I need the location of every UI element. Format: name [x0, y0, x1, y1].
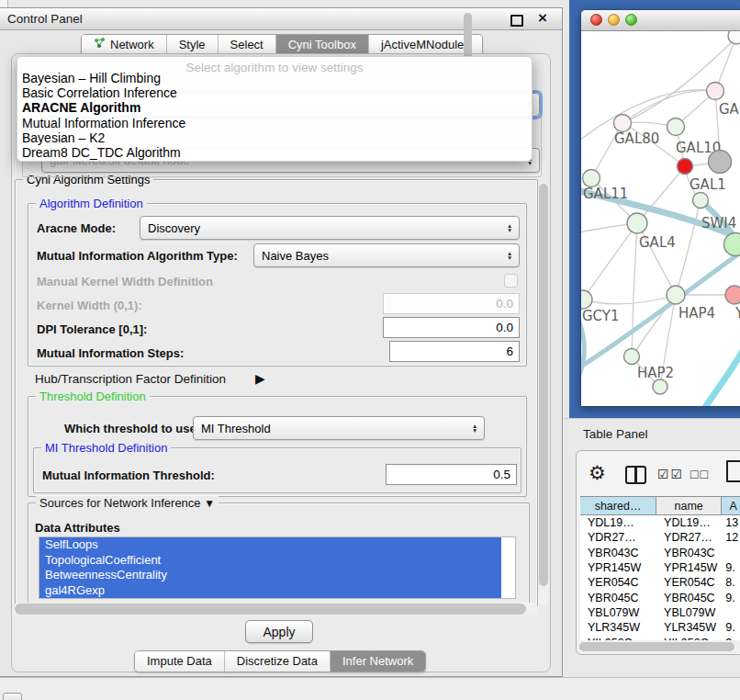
hub-definition-label[interactable]: Hub/Transcription Factor Definition: [35, 372, 226, 386]
table-cell: YPR145W: [580, 561, 656, 574]
data-attributes-list[interactable]: SelfLoopsTopologicalCoefficientBetweenne…: [39, 536, 516, 599]
network-node-label: GAL4: [639, 234, 676, 251]
network-node[interactable]: [709, 151, 732, 174]
deselect-all-icon[interactable]: □□: [690, 467, 710, 481]
tab-select[interactable]: Select: [219, 35, 276, 55]
network-node[interactable]: [627, 213, 647, 233]
close-traffic-light-icon[interactable]: [590, 14, 602, 26]
table-row[interactable]: YBR045CYBR045C9.: [580, 590, 740, 604]
network-node[interactable]: [725, 286, 740, 304]
algorithm-option[interactable]: Dream8 DC_TDC Algorithm: [22, 145, 181, 160]
network-node[interactable]: [693, 193, 709, 209]
network-node[interactable]: [614, 115, 632, 132]
settings-scrollbar-thumb[interactable]: [539, 184, 548, 586]
network-node[interactable]: [653, 379, 667, 394]
screenshot-root: Control Panel × NetworkStyleSelectCyni T…: [0, 0, 740, 700]
table-row[interactable]: YLR345WYLR345W9.: [580, 620, 740, 635]
attribute-item[interactable]: gal4RGexp: [39, 583, 501, 599]
algorithm-option[interactable]: ARACNE Algorithm: [22, 100, 140, 115]
mi-steps-field[interactable]: 6: [389, 341, 520, 362]
tab-label: Discretize Data: [237, 654, 318, 668]
expand-arrow-icon[interactable]: ▶: [255, 371, 265, 386]
algorithm-option[interactable]: Bayesian – K2: [22, 130, 105, 145]
tab-label: Style: [179, 38, 206, 51]
float-icon[interactable]: [510, 15, 523, 27]
network-canvas[interactable]: GALGAL80GAL10GAL1GAL11SWI4GAL4GCY1HAP4YH…: [581, 31, 740, 406]
which-threshold-combobox[interactable]: MI Threshold ▴▾: [193, 416, 485, 440]
column-header[interactable]: A: [722, 497, 740, 514]
settings-hscrollbar-thumb[interactable]: [15, 604, 526, 615]
settings-scrollbar[interactable]: [538, 181, 549, 605]
control-panel-titlebar[interactable]: Control Panel ×: [0, 8, 562, 30]
columns-icon[interactable]: [625, 466, 646, 484]
algorithm-option[interactable]: Basic Correlation Inference: [22, 85, 177, 100]
network-edge[interactable]: [583, 223, 637, 299]
table-body: YDL19…YDL19…13YDR27…YDR27…12YBR043CYBR04…: [580, 515, 740, 641]
table-cell: YDL19…: [580, 516, 656, 529]
attribute-item[interactable]: BetweennessCentrality: [39, 568, 501, 583]
zoom-traffic-light-icon[interactable]: [625, 14, 637, 26]
manual-kernel-checkbox[interactable]: [504, 274, 518, 288]
table-header-row: shared…nameA: [580, 496, 740, 515]
network-node-label: GAL80: [614, 130, 659, 147]
network-node[interactable]: [624, 349, 640, 365]
minimize-traffic-light-icon[interactable]: [608, 14, 620, 26]
close-icon[interactable]: ×: [538, 9, 547, 28]
settings-hscrollbar[interactable]: [13, 603, 538, 615]
tab-style[interactable]: Style: [167, 35, 219, 55]
control-panel-title: Control Panel: [7, 12, 83, 26]
sources-group-title[interactable]: Sources for Network Inference ▼: [36, 496, 219, 510]
network-node[interactable]: [707, 83, 724, 100]
attributes-scrollbar-thumb[interactable]: [464, 13, 472, 61]
bottom-tab-infer-network[interactable]: Infer Network: [331, 651, 425, 672]
network-edge[interactable]: [702, 351, 740, 406]
network-node[interactable]: [583, 170, 600, 187]
mi-threshold-field[interactable]: 0.5: [386, 464, 517, 485]
network-edge[interactable]: [632, 223, 637, 356]
gear-icon[interactable]: ⚙: [589, 462, 606, 484]
network-node[interactable]: [581, 290, 592, 309]
network-node-label: SWI4: [701, 215, 736, 231]
table-row[interactable]: YPR145WYPR145W9.: [580, 560, 740, 575]
network-node-label: HAP2: [637, 365, 674, 381]
mi-threshold-label: Mutual Information Threshold:: [42, 469, 215, 482]
bottom-tab-discretize-data[interactable]: Discretize Data: [225, 651, 331, 672]
network-node[interactable]: [667, 286, 685, 304]
bottom-tab-impute-data[interactable]: Impute Data: [135, 651, 225, 672]
tab-label: Network: [110, 38, 154, 51]
attribute-item[interactable]: SelfLoops: [39, 537, 501, 553]
kernel-width-field[interactable]: 0.0: [383, 293, 520, 314]
attribute-item[interactable]: TopologicalCoefficient: [39, 553, 501, 569]
table-row[interactable]: YBR043CYBR043C: [580, 546, 740, 560]
network-node[interactable]: [678, 159, 693, 175]
table-hscrollbar[interactable]: [577, 640, 740, 653]
document-icon[interactable]: [726, 460, 740, 482]
network-icon: [94, 38, 106, 51]
table-panel-title: Table Panel: [583, 427, 648, 441]
table-hscrollbar-thumb[interactable]: [579, 642, 734, 651]
tab-network[interactable]: Network: [82, 35, 167, 55]
table-cell: YLR345W: [656, 621, 722, 634]
algorithm-option[interactable]: Bayesian – Hill Climbing: [22, 71, 161, 85]
algorithm-option[interactable]: Mutual Information Inference: [22, 116, 185, 130]
network-node[interactable]: [724, 233, 740, 256]
aracne-mode-combobox[interactable]: Discovery ▴▾: [140, 216, 520, 240]
network-window-titlebar[interactable]: [581, 10, 740, 31]
network-node-label: GCY1: [582, 308, 620, 324]
column-header[interactable]: name: [656, 497, 722, 514]
network-edge[interactable]: [583, 295, 676, 304]
select-all-icon[interactable]: ☑☑: [657, 467, 684, 481]
mi-type-combobox[interactable]: Naive Bayes ▴▾: [253, 243, 520, 267]
table-row[interactable]: YER054CYER054C8.: [580, 575, 740, 590]
network-node[interactable]: [667, 119, 685, 136]
table-row[interactable]: YDL19…YDL19…13: [580, 515, 740, 530]
network-node[interactable]: [728, 31, 740, 44]
dpi-tolerance-field[interactable]: 0.0: [383, 317, 520, 338]
column-header[interactable]: shared…: [580, 497, 656, 514]
table-row[interactable]: YDR27…YDR27…12: [580, 530, 740, 545]
table-cell: YER054C: [656, 576, 722, 589]
mini-window-button[interactable]: [3, 693, 22, 700]
table-row[interactable]: YBL079WYBL079W: [580, 605, 740, 620]
tab-cyni-toolbox[interactable]: Cyni Toolbox: [276, 35, 369, 55]
apply-button[interactable]: Apply: [245, 620, 313, 643]
